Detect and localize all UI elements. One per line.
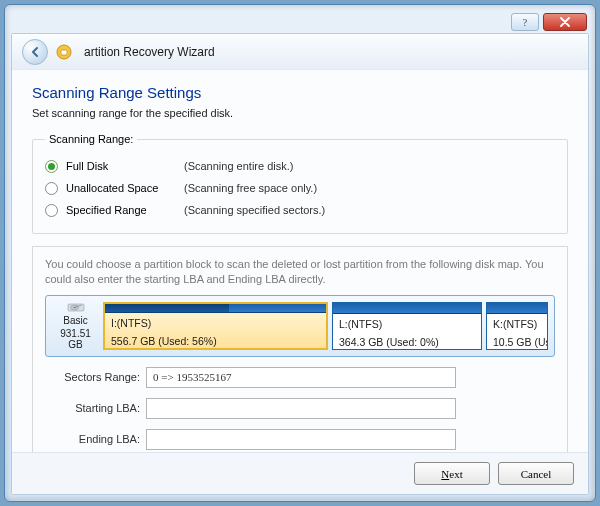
hdd-icon xyxy=(59,302,93,313)
next-button[interactable]: Next xyxy=(414,462,490,485)
page-subhead: Set scanning range for the specified dis… xyxy=(32,107,568,119)
partition-block[interactable]: L:(NTFS) 364.3 GB (Used: 0%) xyxy=(332,302,482,350)
cancel-button[interactable]: Cancel xyxy=(498,462,574,485)
option-unallocated-space[interactable]: Unallocated Space (Scanning free space o… xyxy=(45,177,555,199)
option-desc: (Scanning specified sectors.) xyxy=(184,204,325,216)
close-icon xyxy=(559,17,571,27)
help-icon: ? xyxy=(520,17,530,27)
partition-block[interactable]: K:(NTFS) 10.5 GB (Used xyxy=(486,302,548,350)
starting-lba-row: Starting LBA: xyxy=(45,398,555,419)
option-desc: (Scanning free space only.) xyxy=(184,182,317,194)
ending-lba-label: Ending LBA: xyxy=(45,433,140,445)
partition-block[interactable]: I:(NTFS) 556.7 GB (Used: 56%) xyxy=(103,302,328,350)
sectors-range-row: Sectors Range: 0 => 1953525167 xyxy=(45,367,555,388)
help-button[interactable]: ? xyxy=(511,13,539,31)
next-rest: ext xyxy=(449,468,462,480)
disk-size-label: 931.51 GB xyxy=(52,328,99,350)
partition-size: 364.3 GB (Used: 0%) xyxy=(333,332,481,349)
svg-text:?: ? xyxy=(523,17,528,27)
radio-icon xyxy=(45,160,58,173)
ending-lba-row: Ending LBA: xyxy=(45,429,555,450)
usage-bar xyxy=(105,304,326,314)
title-bar: ? xyxy=(11,11,589,33)
disk-map: Basic 931.51 GB I:(NTFS) 556.7 GB (Used:… xyxy=(45,295,555,357)
block-help-text: You could choose a partition block to sc… xyxy=(45,257,555,287)
disk-type-label: Basic xyxy=(63,315,87,326)
scanning-range-group: Scanning Range: Full Disk (Scanning enti… xyxy=(32,133,568,234)
radio-icon xyxy=(45,204,58,217)
usage-bar xyxy=(333,303,481,315)
partition-name: I:(NTFS) xyxy=(105,313,326,330)
scanning-range-legend: Scanning Range: xyxy=(45,133,137,145)
partition-size: 556.7 GB (Used: 56%) xyxy=(105,331,326,348)
option-full-disk[interactable]: Full Disk (Scanning entire disk.) xyxy=(45,155,555,177)
disk-basic-info[interactable]: Basic 931.51 GB xyxy=(52,302,99,350)
option-desc: (Scanning entire disk.) xyxy=(184,160,293,172)
wizard-window: ? artition Recovery Wizard Scanning Rang… xyxy=(4,4,596,502)
sectors-range-label: Sectors Range: xyxy=(45,371,140,383)
starting-lba-input[interactable] xyxy=(146,398,456,419)
option-label: Specified Range xyxy=(66,204,176,216)
back-arrow-icon xyxy=(28,45,42,59)
starting-lba-label: Starting LBA: xyxy=(45,402,140,414)
option-specified-range[interactable]: Specified Range (Scanning specified sect… xyxy=(45,199,555,221)
page-body: Scanning Range Settings Set scanning ran… xyxy=(12,70,588,469)
footer: Next Cancel xyxy=(12,452,588,494)
back-button[interactable] xyxy=(22,39,48,65)
ending-lba-input[interactable] xyxy=(146,429,456,450)
app-title: artition Recovery Wizard xyxy=(84,45,215,59)
radio-icon xyxy=(45,182,58,195)
partition-name: K:(NTFS) xyxy=(487,314,547,331)
option-label: Full Disk xyxy=(66,160,176,172)
usage-bar xyxy=(487,303,547,315)
partition-block-area: You could choose a partition block to sc… xyxy=(32,246,568,469)
content-pane: artition Recovery Wizard Scanning Range … xyxy=(11,33,589,495)
svg-rect-2 xyxy=(61,50,67,55)
partition-name: L:(NTFS) xyxy=(333,314,481,331)
sectors-range-value: 0 => 1953525167 xyxy=(146,367,456,388)
option-label: Unallocated Space xyxy=(66,182,176,194)
partition-size: 10.5 GB (Used xyxy=(487,332,547,349)
header-bar: artition Recovery Wizard xyxy=(12,34,588,70)
app-icon xyxy=(56,44,72,60)
page-heading: Scanning Range Settings xyxy=(32,84,568,101)
close-button[interactable] xyxy=(543,13,587,31)
